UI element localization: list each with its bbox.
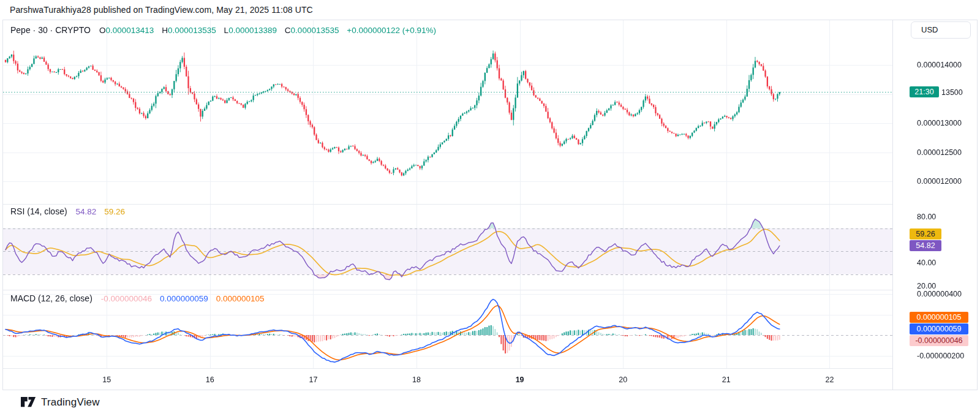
ohlc-close-label: C bbox=[285, 26, 291, 35]
ohlc-open-value: 0.000013413 bbox=[105, 26, 154, 35]
price-tick: 0.000012000 bbox=[917, 177, 962, 186]
time-axis-label: 22 bbox=[825, 376, 834, 384]
macd-tick: -0.000000200 bbox=[917, 352, 964, 360]
rsi-pane-canvas[interactable] bbox=[3, 205, 892, 290]
rsi-ma-value: 59.26 bbox=[104, 207, 125, 216]
rsi-tick: 80.00 bbox=[917, 213, 936, 221]
price-tick: 0.000013000 bbox=[917, 119, 962, 127]
time-axis-label: 18 bbox=[412, 376, 421, 384]
macd-legend-title: MACD (12, 26, close) bbox=[10, 293, 92, 303]
rsi-value: 54.82 bbox=[75, 207, 96, 216]
symbol-legend-row: Pepe · 30 · CRYPTO O0.000013413 H0.00001… bbox=[10, 25, 442, 35]
macd-line-badge: 0.000000059 bbox=[910, 323, 968, 334]
countdown-badge: 21:30 bbox=[910, 86, 939, 97]
ohlc-high-label: H bbox=[162, 26, 168, 35]
price-pane-canvas[interactable] bbox=[3, 20, 892, 204]
macd-signal-value: 0.000000105 bbox=[216, 294, 265, 303]
time-axis-separator bbox=[3, 368, 892, 369]
ohlc-open-label: O bbox=[99, 26, 106, 35]
time-axis-label: 17 bbox=[309, 376, 317, 384]
change-value: +0.000000122 (+0.91%) bbox=[347, 26, 436, 35]
tradingview-brand-text: TradingView bbox=[41, 396, 100, 409]
publish-info: ParshwaTurakhiya28 published on TradingV… bbox=[10, 5, 313, 15]
rsi-value-badge: 54.82 bbox=[910, 240, 941, 251]
time-axis-label: 15 bbox=[102, 376, 111, 384]
macd-tick: 0.000000400 bbox=[917, 290, 962, 298]
tradingview-logo-icon bbox=[21, 396, 36, 409]
symbol-title: Pepe · 30 · CRYPTO bbox=[10, 25, 91, 35]
macd-histogram-badge: -0.000000046 bbox=[910, 335, 968, 346]
macd-line-value: 0.000000059 bbox=[160, 294, 208, 303]
usd-button[interactable]: USD bbox=[911, 21, 971, 39]
ohlc-high-value: 0.000013535 bbox=[168, 26, 216, 35]
time-axis-label: 20 bbox=[619, 376, 627, 384]
time-axis-label: 16 bbox=[206, 376, 214, 384]
price-axis-border bbox=[892, 20, 893, 390]
footer-brand[interactable]: TradingView bbox=[21, 394, 100, 410]
macd-tick: 0.000000200 bbox=[917, 311, 962, 319]
rsi-tick: 20.00 bbox=[917, 282, 936, 290]
rsi-tick: 40.00 bbox=[917, 259, 936, 267]
price-tick-partial: 13500 bbox=[941, 88, 963, 97]
price-tick: 0.000014000 bbox=[917, 61, 962, 69]
macd-signal-badge: 0.000000105 bbox=[910, 312, 968, 323]
macd-legend-row: MACD (12, 26, close) -0.000000046 0.0000… bbox=[10, 293, 270, 303]
chart-frame: Pepe · 30 · CRYPTO O0.000013413 H0.00001… bbox=[2, 20, 978, 390]
usd-button-label: USD bbox=[921, 25, 938, 34]
ohlc-close-value: 0.000013535 bbox=[291, 26, 339, 35]
tradingview-snapshot: ParshwaTurakhiya28 published on TradingV… bbox=[0, 0, 980, 419]
time-axis-label: 19 bbox=[516, 376, 524, 384]
rsi-ma-badge: 59.26 bbox=[910, 228, 941, 240]
ohlc-low-value: 0.000013389 bbox=[228, 26, 277, 35]
publish-bar: ParshwaTurakhiya28 published on TradingV… bbox=[0, 0, 980, 20]
time-axis-label: 21 bbox=[722, 376, 731, 384]
macd-histogram-value: -0.000000046 bbox=[101, 294, 152, 303]
rsi-legend-title: RSI (14, close) bbox=[10, 206, 67, 216]
price-tick: 0.000012500 bbox=[917, 148, 962, 157]
ohlc-low-label: L bbox=[224, 26, 229, 35]
rsi-legend-row: RSI (14, close) 54.82 59.26 bbox=[10, 206, 130, 216]
